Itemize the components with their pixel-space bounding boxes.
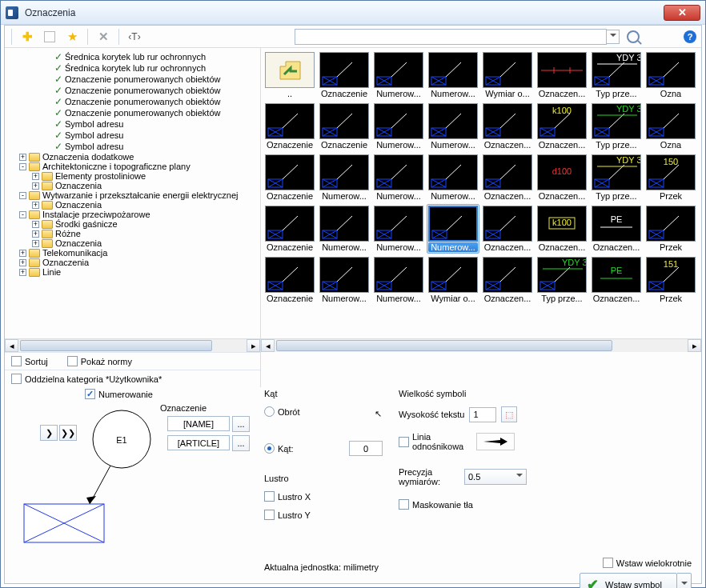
thumbnail[interactable]: PEOznaczen... — [592, 257, 641, 303]
tree-item[interactable]: -Instalacje przeciwpożarowe — [6, 210, 259, 219]
thumbnail[interactable]: k100Oznaczen... — [537, 206, 587, 252]
delete-button[interactable]: ✕ — [94, 28, 112, 46]
tree-item[interactable]: ✓Oznaczenie ponumerowanych obiektów — [6, 96, 259, 107]
thumbnail[interactable]: YDY 3x1.Typ prze... — [592, 154, 641, 201]
name-browse-button[interactable]: ... — [232, 416, 250, 432]
mirror-y-checkbox[interactable]: Lustro Y — [264, 510, 392, 520]
thumbs-hscrollbar[interactable]: ◂ ▸ — [261, 338, 701, 352]
tree-hscrollbar[interactable]: ◂ ▸ — [5, 338, 260, 352]
thumbnail[interactable]: Oznaczenie — [265, 103, 315, 150]
leader-style-button[interactable] — [476, 433, 515, 450]
thumbnail[interactable]: Numerow... — [319, 206, 369, 252]
thumbnail[interactable]: Numerow... — [428, 206, 478, 252]
tree-item[interactable]: +Środki gaśnicze — [6, 219, 259, 229]
thumbnail[interactable]: Numerow... — [319, 257, 369, 303]
expand-icon[interactable]: + — [32, 182, 39, 190]
angle-radio[interactable]: Kąt: — [264, 443, 294, 454]
scroll-left-button[interactable]: ◂ — [5, 339, 18, 352]
thumbnail[interactable]: Oznaczen... — [483, 206, 532, 252]
tree-item[interactable]: ✓Oznaczenie ponumerowanych obiektów — [6, 74, 259, 85]
tree-item[interactable]: -Architektoniczne i topograficzne plany — [6, 162, 259, 171]
tree-item[interactable]: -Wytwarzanie i przekształcanie energii e… — [6, 190, 259, 200]
sort-checkbox[interactable]: Sortuj — [11, 356, 48, 366]
thumbnail[interactable]: Oznaczen... — [483, 103, 532, 150]
thumbnail[interactable]: Oznaczen... — [483, 257, 532, 303]
add-button[interactable]: ✚ — [18, 28, 36, 46]
thumbnail[interactable]: d100Oznaczen... — [537, 154, 587, 201]
tree-item[interactable]: +Oznaczenia dodatkowe — [6, 152, 259, 162]
text-tag-button[interactable]: ‹T› — [126, 28, 143, 46]
show-norms-checkbox[interactable]: Pokaż normy — [67, 356, 132, 366]
scroll-right-button[interactable]: ▸ — [688, 339, 701, 352]
scroll-thumb[interactable] — [20, 340, 212, 351]
thumbnail[interactable]: Oznaczenie — [265, 206, 315, 252]
numbering-checkbox[interactable]: Numerowanie — [85, 389, 153, 399]
expand-icon[interactable]: + — [32, 221, 39, 228]
expand-icon[interactable]: + — [19, 269, 26, 276]
tree-item[interactable]: +Różne — [6, 229, 259, 238]
mask-checkbox[interactable]: Maskowanie tła — [399, 499, 473, 510]
collapse-icon[interactable]: - — [19, 192, 26, 199]
tree-item[interactable]: ✓Średnica korytek lub rur ochronnych — [6, 62, 259, 74]
tree-item[interactable]: +Linie — [6, 267, 259, 277]
rotation-radio[interactable]: Obrót — [264, 406, 300, 417]
favorite-button[interactable]: ★ — [63, 28, 81, 46]
search-button[interactable] — [624, 28, 642, 46]
thumbnail[interactable]: Wymiar o... — [428, 257, 478, 303]
thumbnail[interactable]: Numerow... — [428, 154, 478, 201]
tree-item[interactable]: +Oznaczenia — [6, 181, 259, 190]
collapse-icon[interactable]: - — [19, 163, 26, 170]
tree-item[interactable]: ✓Średnica korytek lub rur ochronnych — [6, 51, 259, 62]
help-button[interactable]: ? — [684, 30, 696, 43]
thumbnail[interactable]: Wymiar o... — [483, 52, 532, 98]
thumbnail[interactable]: Oznaczen... — [483, 154, 532, 201]
thumbnail[interactable]: Oznaczenie — [319, 52, 369, 98]
thumbnail[interactable]: Ozna — [646, 103, 696, 150]
name-field[interactable] — [167, 416, 230, 431]
thumbnail[interactable]: Numerow... — [428, 52, 478, 98]
mirror-x-checkbox[interactable]: Lustro X — [264, 491, 392, 502]
tree-item[interactable]: +Oznaczenia — [6, 200, 259, 210]
search-dropdown-button[interactable] — [607, 30, 620, 44]
thumbnail[interactable]: Ozna — [646, 52, 696, 98]
thumbnail[interactable]: Oznaczenie — [319, 103, 369, 150]
thumbnail[interactable]: Numerow... — [374, 103, 423, 150]
scroll-right-button[interactable]: ▸ — [247, 339, 260, 352]
category-tree[interactable]: ✓Średnica korytek lub rur ochronnych✓Śre… — [5, 48, 260, 336]
text-height-input[interactable] — [469, 407, 496, 422]
thumbnail[interactable]: .. — [265, 52, 315, 98]
article-browse-button[interactable]: ... — [232, 435, 250, 451]
tree-item[interactable]: ✓Symbol adresu — [6, 130, 259, 141]
thumbnail[interactable]: Oznaczenie — [265, 257, 315, 303]
thumbnail[interactable]: Numerow... — [319, 154, 369, 201]
tree-item[interactable]: +Oznaczenia — [6, 258, 259, 267]
tree-item[interactable]: +Elementy prostoliniowe — [6, 171, 259, 181]
thumbnail[interactable]: Oznaczen... — [537, 52, 587, 98]
insert-symbol-button[interactable]: ✔ Wstaw symbol — [580, 573, 677, 588]
thumbnail[interactable]: YDY 3x1.5Typ prze... — [537, 257, 587, 303]
expand-icon[interactable]: + — [19, 259, 26, 266]
article-field[interactable] — [167, 435, 230, 450]
collapse-icon[interactable]: - — [19, 211, 26, 218]
expand-icon[interactable]: + — [19, 250, 26, 257]
properties-button[interactable] — [41, 28, 58, 46]
text-height-pick-button[interactable]: ⬚ — [501, 406, 517, 422]
thumbnail[interactable]: Numerow... — [374, 52, 423, 98]
expand-icon[interactable]: + — [32, 240, 39, 247]
scroll-left-button[interactable]: ◂ — [261, 339, 275, 352]
close-button[interactable]: ✕ — [664, 5, 700, 21]
tree-item[interactable]: ✓Symbol adresu — [6, 141, 259, 152]
expand-icon[interactable]: + — [32, 202, 39, 209]
thumbnail[interactable]: Przek — [646, 206, 696, 252]
search-input[interactable] — [295, 29, 607, 45]
thumbnail[interactable]: YDY 3x1.5Typ prze... — [592, 52, 641, 98]
angle-input[interactable] — [349, 441, 383, 456]
thumbnail[interactable]: 150Przek — [646, 154, 696, 201]
thumbnail[interactable]: Oznaczenie — [265, 154, 315, 201]
user-category-checkbox[interactable]: Oddzielna kategoria *Użytkownika* — [11, 374, 162, 384]
thumbnail[interactable]: Numerow... — [428, 103, 478, 150]
leader-checkbox[interactable]: Linia odnośnikowa — [399, 432, 468, 451]
precision-dropdown[interactable]: 0.5 — [464, 469, 527, 485]
scroll-thumb[interactable] — [276, 340, 612, 351]
thumbnail[interactable]: Numerow... — [374, 257, 423, 303]
